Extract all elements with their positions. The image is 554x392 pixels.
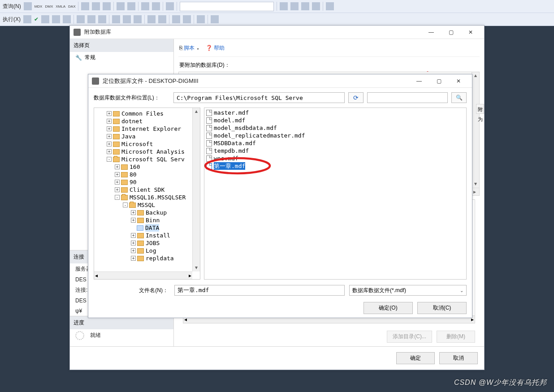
file-item[interactable]: 第一章.mdf — [204, 162, 466, 170]
refresh-button[interactable]: ⟳ — [348, 92, 364, 103]
toolbar-icon[interactable] — [280, 2, 288, 10]
tree-item[interactable]: +Binn — [94, 216, 200, 224]
minimize-button[interactable]: — — [409, 75, 429, 87]
close-button[interactable]: ✕ — [449, 75, 468, 87]
toolbar-icon[interactable] — [312, 2, 320, 10]
toolbar-icon[interactable] — [81, 2, 89, 10]
mdx-icon[interactable]: MDX — [35, 4, 43, 9]
dmx-icon[interactable]: DMX — [45, 4, 53, 9]
close-button[interactable]: ✕ — [461, 26, 480, 39]
tree-toggle-icon[interactable]: - — [123, 202, 128, 207]
tree-toggle-icon[interactable]: + — [107, 134, 112, 139]
toolbar-icon[interactable] — [141, 2, 149, 10]
toolbar-icon[interactable] — [24, 2, 32, 10]
tree-toggle-icon[interactable]: + — [107, 126, 112, 131]
help-link[interactable]: ❓ 帮助 — [206, 44, 225, 52]
maximize-button[interactable]: ▢ — [441, 26, 461, 39]
file-item[interactable]: model_replicatedmaster.mdf — [204, 132, 466, 139]
toolbar-icon[interactable] — [103, 2, 111, 10]
toolbar-icon[interactable] — [98, 15, 106, 23]
tree-item[interactable]: +Java — [94, 133, 200, 140]
tree-toggle-icon[interactable]: + — [131, 233, 136, 238]
tree-toggle-icon[interactable]: + — [115, 164, 120, 169]
toolbar-icon[interactable] — [87, 15, 95, 23]
tree-item[interactable]: +80 — [94, 171, 200, 178]
tree-item[interactable]: +Common Files — [94, 110, 200, 117]
toolbar-icon[interactable] — [301, 2, 309, 10]
attach-cancel-button[interactable]: 取消 — [439, 352, 478, 364]
tree-toggle-icon[interactable]: + — [131, 218, 136, 223]
menu-query[interactable]: 查询(N) — [3, 3, 21, 10]
tree-toggle-icon[interactable]: + — [107, 119, 112, 124]
tree-item[interactable]: +JOBS — [94, 239, 200, 247]
tree-toggle-icon[interactable]: + — [115, 187, 120, 192]
search-input[interactable] — [367, 92, 448, 103]
tree-toggle-icon[interactable]: + — [115, 180, 120, 185]
tree-toggle-icon[interactable]: + — [107, 149, 112, 154]
tree-item[interactable]: -MSSQL — [94, 201, 200, 209]
toolbar-icon[interactable] — [117, 2, 125, 10]
toolbar-icon[interactable] — [92, 2, 100, 10]
tree-item[interactable]: +Internet Explorer — [94, 125, 200, 133]
tree-item[interactable]: -Microsoft SQL Serv — [94, 155, 200, 163]
toolbar-combo[interactable] — [180, 2, 274, 11]
tree-toggle-icon[interactable]: - — [115, 195, 120, 200]
locate-cancel-button[interactable]: 取消(C) — [417, 302, 467, 314]
toolbar-icon[interactable] — [63, 15, 71, 23]
toolbar-icon[interactable] — [134, 15, 142, 23]
toolbar-icon[interactable] — [41, 15, 49, 23]
page-general[interactable]: 🔧 常规 — [70, 52, 173, 63]
tree-item[interactable]: +Microsoft — [94, 140, 200, 148]
tree-toggle-icon[interactable]: - — [107, 157, 112, 162]
tree-toggle-icon[interactable]: + — [131, 241, 136, 246]
folder-tree[interactable]: +Common Files+dotnet+Internet Explorer+J… — [94, 108, 200, 271]
toolbar-icon[interactable] — [147, 15, 156, 23]
tree-item[interactable]: +Client SDK — [94, 186, 200, 194]
locate-ok-button[interactable]: 确定(O) — [364, 302, 413, 314]
path-input[interactable] — [173, 92, 345, 103]
tree-toggle-icon[interactable]: + — [115, 172, 120, 177]
search-button[interactable]: 🔍 — [451, 92, 467, 103]
attach-titlebar[interactable]: 附加数据库 — ▢ ✕ — [70, 26, 484, 39]
tree-item[interactable]: +Install — [94, 232, 200, 239]
tree-item[interactable]: +Log — [94, 247, 200, 254]
tree-item[interactable]: +repldata — [94, 254, 200, 262]
toolbar-icon[interactable] — [158, 15, 166, 23]
tree-toggle-icon[interactable]: + — [107, 111, 112, 116]
file-item[interactable]: wos.mdf — [204, 155, 466, 162]
file-list[interactable]: master.mdfmodel.mdfmodel_msdbdata.mdfmod… — [204, 108, 466, 171]
maximize-button[interactable]: ▢ — [429, 75, 449, 87]
tree-item[interactable]: +90 — [94, 178, 200, 186]
minimize-button[interactable]: — — [421, 26, 441, 39]
toolbar-icon[interactable] — [77, 15, 85, 23]
filetype-select[interactable]: 数据库数据文件(*.mdf) ⌄ — [349, 285, 467, 296]
tree-toggle-icon[interactable]: + — [131, 210, 136, 215]
toolbar-icon[interactable] — [52, 15, 60, 23]
toolbar-icon[interactable] — [123, 15, 131, 23]
locate-titlebar[interactable]: 定位数据库文件 - DESKTOP-DIGMIII — ▢ ✕ — [88, 74, 472, 88]
tree-item[interactable]: +dotnet — [94, 117, 200, 125]
toolbar-icon[interactable] — [326, 2, 334, 10]
menu-run[interactable]: 执行(X) — [3, 16, 21, 23]
horizontal-scrollbar[interactable]: ◂▸ — [94, 271, 192, 279]
toolbar-icon[interactable] — [197, 15, 205, 23]
toolbar-icon[interactable] — [290, 2, 299, 10]
toolbar-icon[interactable] — [211, 15, 219, 23]
xmla-icon[interactable]: XMLA — [56, 4, 65, 9]
file-item[interactable]: MSDBData.mdf — [204, 139, 466, 147]
file-item[interactable]: model.mdf — [204, 116, 466, 124]
tree-item[interactable]: DATA — [94, 224, 200, 232]
toolbar-icon[interactable] — [152, 2, 160, 10]
vertical-scrollbar[interactable]: ▴▾ — [192, 108, 200, 271]
attach-ok-button[interactable]: 确定 — [396, 352, 435, 364]
tree-item[interactable]: +Backup — [94, 209, 200, 216]
filename-input[interactable] — [174, 285, 345, 296]
toolbar-icon[interactable] — [183, 15, 191, 23]
dax-icon[interactable]: DAX — [68, 4, 75, 9]
tree-toggle-icon[interactable]: + — [131, 248, 136, 253]
vertical-scrollbar[interactable]: ▴▾ — [472, 72, 479, 188]
file-item[interactable]: master.mdf — [204, 109, 466, 116]
tree-toggle-icon[interactable]: + — [131, 256, 136, 261]
toolbar-icon[interactable] — [166, 2, 174, 10]
file-item[interactable]: tempdb.mdf — [204, 147, 466, 155]
